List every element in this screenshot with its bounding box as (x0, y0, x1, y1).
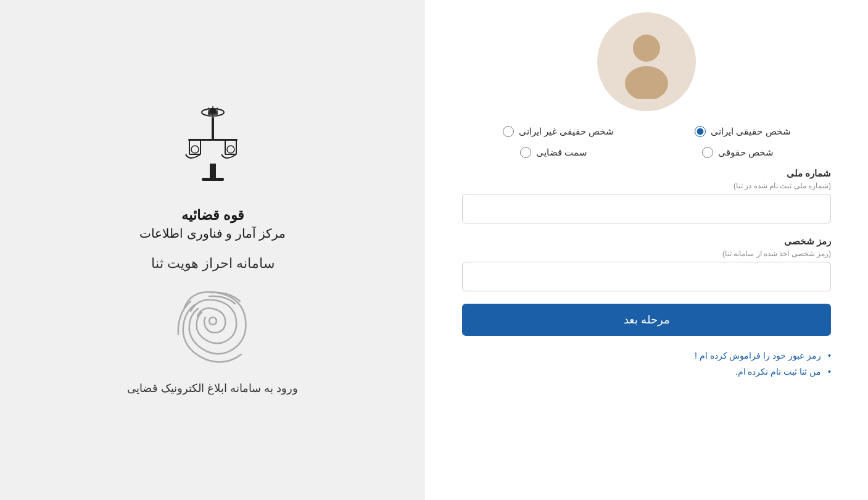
radio-group-row1: شخص حقیقی ایرانی شخص حقیقی غیر ایرانی (462, 126, 831, 137)
fingerprint-icon (176, 284, 250, 364)
radio-legal-entity[interactable]: شخص حقوقی (702, 147, 774, 158)
radio-group-row2: شخص حقوقی سمت قضایی (462, 147, 831, 158)
national-id-label: شماره ملی (462, 168, 831, 179)
svg-rect-17 (202, 178, 224, 181)
national-id-field-group: شماره ملی (شماره ملی ثبت نام شده در ثنا) (462, 168, 831, 223)
avatar-icon (610, 25, 684, 99)
radio-legal-non-iranian[interactable]: شخص حقیقی غیر ایرانی (503, 126, 614, 137)
fingerprint-container (176, 284, 250, 367)
judiciary-emblem-icon (176, 105, 250, 198)
org-subtitle: مرکز آمار و فناوری اطلاعات (139, 226, 286, 241)
radio-legal-iranian-label: شخص حقیقی ایرانی (711, 126, 790, 137)
password-input[interactable] (462, 262, 831, 291)
svg-rect-9 (212, 117, 214, 141)
svg-point-0 (633, 35, 660, 62)
org-title: قوه قضائیه (181, 207, 244, 223)
forgot-password-link[interactable]: رمز عبور خود را فراموش کرده ام ! (462, 351, 831, 360)
password-hint: (رمز شخصی اخذ شده از سامانه ثنا) (462, 249, 831, 258)
svg-point-19 (227, 146, 234, 153)
radio-legal-entity-input[interactable] (702, 147, 713, 158)
svg-point-18 (191, 146, 199, 153)
radio-legal-iranian-input[interactable] (695, 126, 706, 137)
radio-legal-iranian[interactable]: شخص حقیقی ایرانی (695, 126, 790, 137)
radio-legal-non-iranian-input[interactable] (503, 126, 514, 137)
password-label: رمز شخصی (462, 236, 831, 247)
left-panel: شخص حقیقی ایرانی شخص حقیقی غیر ایرانی شخ… (425, 0, 868, 500)
radio-judicial-position[interactable]: سمت قضایی (520, 147, 587, 158)
radio-judicial-position-input[interactable] (520, 147, 531, 158)
not-registered-link[interactable]: من ثنا ثبت نام نکرده ام. (462, 367, 831, 377)
radio-legal-non-iranian-label: شخص حقیقی غیر ایرانی (519, 126, 614, 137)
password-field-group: رمز شخصی (رمز شخصی اخذ شده از سامانه ثنا… (462, 236, 831, 291)
avatar (597, 12, 696, 111)
right-panel: قوه قضائیه مرکز آمار و فناوری اطلاعات سا… (0, 0, 425, 500)
system-title: سامانه احراز هویت ثنا (151, 256, 275, 272)
svg-point-1 (625, 66, 668, 99)
radio-judicial-position-label: سمت قضایی (536, 147, 587, 158)
national-id-input[interactable] (462, 194, 831, 223)
svg-rect-16 (210, 164, 216, 179)
avatar-container (597, 12, 696, 111)
svg-point-20 (209, 317, 217, 325)
radio-legal-entity-label: شخص حقوقی (718, 147, 774, 158)
national-id-hint: (شماره ملی ثبت نام شده در ثنا) (462, 181, 831, 190)
help-list: رمز عبور خود را فراموش کرده ام ! من ثنا … (462, 351, 831, 383)
system-desc: ورود به سامانه ابلاغ الکترونیک قضایی (127, 381, 298, 395)
submit-button[interactable]: مرحله بعد (462, 304, 831, 336)
